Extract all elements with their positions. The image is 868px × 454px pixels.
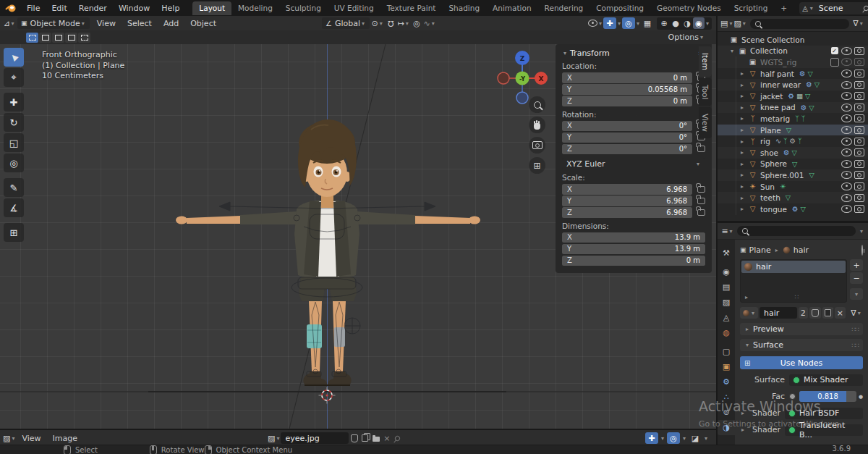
scale-field[interactable]: Z6.968	[562, 207, 692, 218]
select-mode-intersect[interactable]	[78, 33, 90, 43]
camera-visibility-icon[interactable]	[854, 81, 864, 89]
scene-name[interactable]: Scene	[814, 4, 861, 13]
material-slot-selected[interactable]: hair	[741, 261, 846, 273]
camera-view-button[interactable]	[529, 137, 545, 154]
inner wear[interactable]: ▸ ▽ inner wear ⚙▽	[718, 79, 868, 91]
modifier-wrench-icon[interactable]: ⚙	[788, 93, 794, 100]
chevron-down-icon[interactable]: ▾	[705, 435, 707, 442]
outliner-scene-collection[interactable]: ▾ ▣ Scene Collection	[718, 34, 868, 46]
half pant[interactable]: ▸ ▽ half pant ⚙▽	[718, 68, 868, 80]
blender-logo-icon[interactable]	[5, 4, 17, 13]
outliner-collection[interactable]: ▾ ▣ Collection	[718, 46, 868, 57]
camera-visibility-icon[interactable]	[854, 47, 864, 55]
lock-icon[interactable]	[697, 146, 705, 152]
browse-image-icon[interactable]: ▨▾	[268, 432, 281, 444]
tool-annotate[interactable]: ✎	[4, 178, 24, 197]
eye-icon[interactable]	[841, 70, 852, 77]
tab-view-layer[interactable]: ▨	[718, 295, 735, 310]
scale-field[interactable]: X6.968	[562, 184, 692, 195]
unlink-icon[interactable]: ×	[835, 307, 846, 319]
users-count-button[interactable]: 2	[799, 307, 808, 319]
pin-icon[interactable]	[861, 245, 863, 256]
filter-type-icon[interactable]: ▨▾	[733, 18, 746, 30]
fake-user-shield-icon[interactable]	[349, 433, 359, 444]
sun-data-icon[interactable]: ☀	[780, 183, 786, 190]
orientation-dropdown[interactable]: ∠ Global ▾	[322, 17, 370, 29]
menu-item[interactable]: Window	[113, 4, 156, 13]
WGTS_rig[interactable]: ▸ ▣ WGTS_rig	[718, 56, 868, 68]
camera-visibility-icon[interactable]	[854, 171, 864, 179]
workspace-tab[interactable]: Animation	[486, 1, 538, 15]
mesh-data-icon[interactable]: ▽	[814, 81, 820, 88]
workspace-tab[interactable]: Scripting	[728, 1, 775, 15]
modifier-wrench-icon[interactable]: ⚙	[783, 149, 790, 156]
axis-negx-button[interactable]	[498, 72, 509, 84]
teeth[interactable]: ▸ ▽ teeth ▽	[718, 192, 868, 203]
tab-material[interactable]: ◑	[718, 420, 735, 435]
mesh-data-icon[interactable]: ▽	[792, 149, 797, 156]
browse-material-button[interactable]: ▾	[740, 307, 758, 319]
mesh-data-icon[interactable]: ▽	[807, 70, 812, 77]
workspace-tab[interactable]: Sculpting	[279, 1, 328, 15]
close-icon[interactable]: ×	[381, 433, 392, 444]
tab-object[interactable]: ▣	[718, 359, 735, 374]
Sun[interactable]: ▸ ☀ Sun ☀	[718, 181, 868, 193]
chevron-down-icon[interactable]: ▾	[810, 5, 813, 12]
expand-icon[interactable]: ▸	[741, 127, 748, 133]
mesh-data-icon[interactable]: ▽	[786, 194, 791, 201]
item-label[interactable]: half pant	[760, 70, 794, 78]
3d-cursor[interactable]	[319, 387, 336, 404]
tab-tool[interactable]: ⚒	[718, 245, 735, 261]
breadcrumb-material[interactable]: hair	[793, 245, 809, 255]
shader1-dropdown[interactable]: Hair BSDF	[785, 408, 863, 419]
item-label[interactable]: inner wear	[760, 80, 801, 89]
use-nodes-button[interactable]: ⊞ Use Nodes	[740, 356, 863, 369]
collapse-icon[interactable]: ▾	[563, 50, 566, 56]
chevron-down-icon[interactable]: ▾	[706, 20, 709, 27]
eye-icon[interactable]	[841, 160, 852, 168]
location-field[interactable]: Z0 m	[562, 96, 692, 106]
pin-icon[interactable]	[392, 433, 403, 444]
modifier-wrench-icon[interactable]: ⚙	[801, 104, 807, 112]
expand-icon[interactable]: ▸	[741, 410, 744, 416]
workspace-tab[interactable]: Rendering	[538, 1, 590, 15]
slot-menu-button[interactable]: ▾	[850, 288, 863, 300]
options-dropdown[interactable]: Options▾	[668, 33, 705, 42]
eye-icon[interactable]	[841, 148, 852, 156]
character-model[interactable]	[176, 119, 480, 386]
tab-item[interactable]: Item	[699, 46, 712, 77]
expand-icon[interactable]: ▸	[741, 138, 748, 145]
zoom-button[interactable]	[529, 96, 545, 113]
tab-world[interactable]: ◍	[718, 325, 735, 340]
eye-icon[interactable]	[841, 92, 852, 100]
shoe[interactable]: ▸ ▽ shoe ⚙▽	[718, 147, 868, 159]
pan-hand-button[interactable]	[529, 117, 545, 133]
camera-visibility-icon[interactable]	[854, 194, 864, 202]
item-label[interactable]: teeth	[760, 193, 780, 202]
chevron-down-icon[interactable]: ▾	[661, 435, 664, 442]
workspace-tab[interactable]: Texture Paint	[380, 1, 443, 15]
Sphere.001[interactable]: ▸ ▽ Sphere.001 ▽	[718, 169, 868, 181]
tool-measure[interactable]: ∡	[4, 198, 24, 217]
shading-solid-icon[interactable]: ●	[670, 17, 681, 29]
camera-visibility-icon[interactable]	[854, 160, 864, 168]
shading-rendered-icon[interactable]: ◉	[693, 17, 705, 29]
item-label[interactable]: Plane	[760, 126, 781, 135]
camera-visibility-icon[interactable]	[854, 92, 864, 100]
display-channels-icon[interactable]: ◪	[689, 432, 702, 444]
animate-dot-icon[interactable]: ●	[859, 394, 863, 400]
Plane[interactable]: ▸ ▽ Plane ▽	[718, 125, 868, 136]
workspace-tab[interactable]: UV Editing	[328, 1, 380, 15]
expand-icon[interactable]: ▸	[741, 82, 748, 88]
rotation-field[interactable]: Y0°	[562, 133, 692, 143]
select-mode-extend[interactable]	[39, 33, 51, 43]
editor-type-icon[interactable]: ▨▾	[3, 432, 16, 444]
rotation-field[interactable]: X0°	[562, 121, 692, 132]
collection-checkbox[interactable]	[831, 47, 838, 54]
editor-type-icon[interactable]: ≡▾	[721, 225, 734, 237]
tab-output[interactable]: ▤	[718, 279, 735, 295]
open-folder-icon[interactable]	[370, 433, 381, 444]
tongue[interactable]: ▸ ▽ tongue ⚙▽	[718, 203, 868, 215]
lock-icon[interactable]	[697, 186, 705, 193]
tool-transform[interactable]: ◎	[4, 154, 24, 172]
